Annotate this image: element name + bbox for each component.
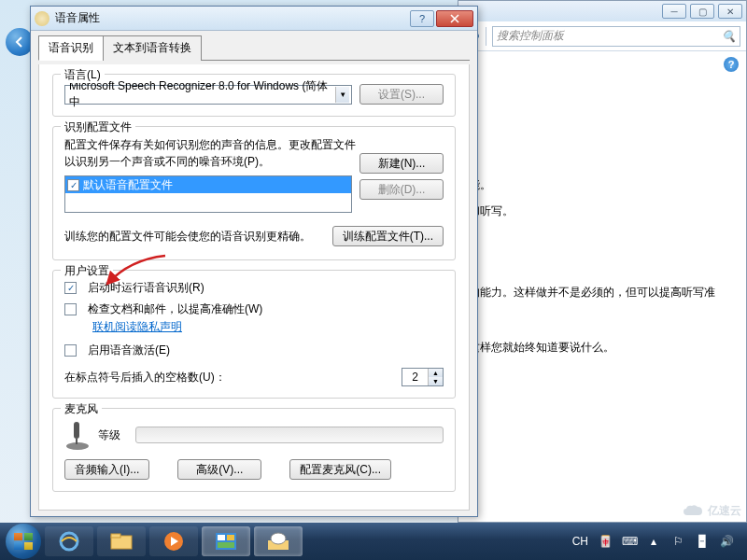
mic-level-slider[interactable] xyxy=(135,427,444,443)
watermark: 亿速云 xyxy=(682,503,741,519)
profile-item-default[interactable]: ✓ 默认语音配置文件 xyxy=(65,176,351,193)
delete-profile-button[interactable]: 删除(D)... xyxy=(359,179,444,200)
tray-chevron-icon[interactable]: ▴ xyxy=(646,534,661,549)
user-settings-group: 用户设置 ✓ 启动时运行语音识别(R) 检查文档和邮件，以提高准确性(W) 联机… xyxy=(52,270,456,399)
dialog-close-button[interactable] xyxy=(436,10,473,27)
keyboard-icon[interactable]: ⌨ xyxy=(622,534,637,549)
level-label: 等级 xyxy=(98,427,120,443)
configure-mic-button[interactable]: 配置麦克风(C)... xyxy=(289,459,391,480)
system-tray: CH 🀄 ⌨ ▴ ⚐ 🁢 🔊 xyxy=(572,534,741,549)
run-at-startup-label: 启动时运行语音识别(R) xyxy=(88,280,204,296)
chevron-down-icon: ▼ xyxy=(335,87,349,103)
microphone-group: 麦克风 等级 音频输入(I)... 高级(V)... 配置麦克风(C)... xyxy=(52,408,456,492)
train-profile-button[interactable]: 训练配置文件(T)... xyxy=(332,226,444,246)
microphone-icon xyxy=(64,418,91,452)
profiles-group-label: 识别配置文件 xyxy=(61,119,135,135)
spin-down[interactable]: ▼ xyxy=(428,377,443,385)
microphone-group-label: 麦克风 xyxy=(61,401,102,417)
recognizer-combo[interactable]: Microsoft Speech Recognizer 8.0 for Wind… xyxy=(64,85,352,105)
tab-speech-recognition[interactable]: 语音识别 xyxy=(38,35,104,61)
svg-rect-1 xyxy=(74,422,79,439)
run-at-startup-checkbox[interactable]: ✓ xyxy=(64,282,77,294)
voice-activation-checkbox[interactable] xyxy=(64,344,77,357)
svg-rect-5 xyxy=(111,534,120,538)
taskbar[interactable]: CH 🀄 ⌨ ▴ ⚐ 🁢 🔊 xyxy=(0,523,747,560)
svg-rect-8 xyxy=(218,535,225,540)
privacy-link[interactable]: 联机阅读隐私声明 xyxy=(92,320,182,333)
svg-rect-9 xyxy=(227,535,234,540)
parent-titlebar: ─ ▢ ✕ xyxy=(458,1,746,21)
language-group-label: 语言(L) xyxy=(61,67,105,83)
profiles-listbox[interactable]: ✓ 默认语音配置文件 xyxy=(64,175,352,213)
spaces-label: 在标点符号后插入的空格数(U)： xyxy=(64,370,226,385)
network-icon[interactable]: 🁢 xyxy=(695,534,710,549)
svg-point-3 xyxy=(61,533,78,550)
search-input[interactable]: 搜索控制面板 🔍 xyxy=(492,26,740,47)
tab-content: 语言(L) Microsoft Speech Recognizer 8.0 fo… xyxy=(38,64,470,511)
cursor-icon xyxy=(351,180,352,200)
dialog-titlebar: 语音属性 ? xyxy=(31,7,477,31)
minimize-button[interactable]: ─ xyxy=(662,4,686,19)
ime-indicator[interactable]: CH xyxy=(572,535,588,548)
tab-text-to-speech[interactable]: 文本到语音转换 xyxy=(103,35,202,61)
check-docs-checkbox[interactable] xyxy=(64,303,77,315)
spaces-spinner[interactable]: 2 ▲▼ xyxy=(402,368,444,386)
spaces-value: 2 xyxy=(402,371,428,384)
search-placeholder: 搜索控制面板 xyxy=(497,28,564,44)
profile-item-label: 默认语音配置文件 xyxy=(83,177,173,193)
advanced-button[interactable]: 高级(V)... xyxy=(177,459,261,480)
settings-button[interactable]: 设置(S)... xyxy=(359,84,444,105)
voice-activation-label: 启用语音激活(E) xyxy=(88,343,170,358)
maximize-button[interactable]: ▢ xyxy=(690,4,714,19)
spin-up[interactable]: ▲ xyxy=(428,369,443,377)
help-icon[interactable]: ? xyxy=(724,57,739,72)
task-explorer[interactable] xyxy=(97,526,146,556)
audio-input-button[interactable]: 音频输入(I)... xyxy=(64,459,149,480)
dialog-help-button[interactable]: ? xyxy=(410,10,434,27)
tab-strip: 语音识别 文本到语音转换 xyxy=(38,35,470,61)
svg-rect-10 xyxy=(218,542,234,548)
profile-checkbox[interactable]: ✓ xyxy=(67,179,79,191)
volume-icon[interactable]: 🔊 xyxy=(719,534,734,549)
task-media[interactable] xyxy=(149,526,198,556)
svg-point-12 xyxy=(271,533,286,544)
dialog-title: 语音属性 xyxy=(55,10,100,26)
parent-toolbar: ↻ 搜索控制面板 🔍 xyxy=(458,21,746,51)
task-control-panel[interactable] xyxy=(202,526,250,556)
new-profile-button[interactable]: 新建(N)... xyxy=(359,153,444,174)
ime-icon[interactable]: 🀄 xyxy=(598,534,613,549)
search-icon[interactable]: 🔍 xyxy=(722,30,736,43)
flag-icon[interactable]: ⚐ xyxy=(670,534,685,549)
dialog-icon xyxy=(35,11,49,26)
task-ie[interactable] xyxy=(45,526,93,556)
recognizer-value: Microsoft Speech Recognizer 8.0 for Wind… xyxy=(69,78,335,110)
speech-properties-dialog: 语音属性 ? 语音识别 文本到语音转换 语言(L) Microsoft Spee… xyxy=(30,6,478,517)
train-desc: 训练您的配置文件可能会使您的语音识别更精确。 xyxy=(64,228,311,245)
start-button[interactable] xyxy=(6,524,41,559)
language-group: 语言(L) Microsoft Speech Recognizer 8.0 fo… xyxy=(52,74,456,117)
check-docs-label: 检查文档和邮件，以提高准确性(W) xyxy=(88,301,262,317)
close-button[interactable]: ✕ xyxy=(718,4,742,19)
control-panel-window: ─ ▢ ✕ ↻ 搜索控制面板 🔍 ? xyxy=(458,0,747,523)
task-speech[interactable] xyxy=(254,526,303,556)
profiles-group: 识别配置文件 配置文件保存有关如何识别您的声音的信息。更改配置文件 以识别另一个… xyxy=(52,126,456,260)
bg-text-4: 这样您就始终知道要说什么。 xyxy=(469,340,614,356)
bg-text-3: 的能力。这样做并不是必须的，但可以提高听写准 xyxy=(469,285,715,301)
user-settings-label: 用户设置 xyxy=(61,263,113,279)
